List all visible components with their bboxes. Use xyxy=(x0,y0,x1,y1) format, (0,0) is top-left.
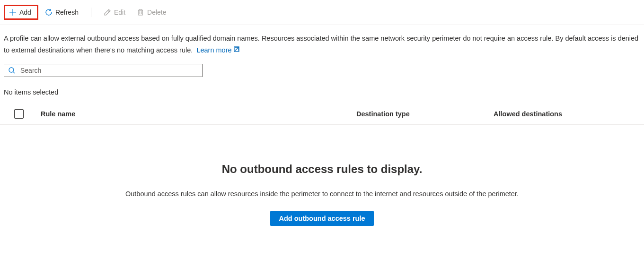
select-all-checkbox[interactable] xyxy=(14,109,24,119)
selection-status: No items selected xyxy=(0,81,644,102)
description-body: A profile can allow external outbound ac… xyxy=(4,35,638,54)
edit-button: Edit xyxy=(99,6,130,19)
select-all-column xyxy=(4,109,32,119)
search-box[interactable] xyxy=(4,64,203,77)
column-allowed-destinations[interactable]: Allowed destinations xyxy=(494,110,640,118)
delete-button: Delete xyxy=(132,6,171,19)
refresh-label: Refresh xyxy=(55,9,79,16)
add-outbound-rule-button[interactable]: Add outbound access rule xyxy=(270,211,373,226)
description-text: A profile can allow external outbound ac… xyxy=(0,25,644,58)
refresh-icon xyxy=(45,9,53,16)
search-input[interactable] xyxy=(20,67,198,74)
edit-label: Edit xyxy=(114,9,125,16)
search-container xyxy=(0,58,644,81)
search-icon xyxy=(8,67,16,74)
svg-point-1 xyxy=(9,68,14,72)
empty-state-description: Outbound access rules can allow resource… xyxy=(9,190,635,198)
empty-state-title: No outbound access rules to display. xyxy=(9,163,635,176)
trash-icon xyxy=(137,9,144,16)
external-link-icon xyxy=(233,44,240,56)
delete-label: Delete xyxy=(147,9,166,16)
learn-more-link[interactable]: Learn more xyxy=(196,46,239,54)
toolbar-separator xyxy=(91,8,91,17)
pencil-icon xyxy=(104,9,111,16)
add-label: Add xyxy=(19,9,31,16)
empty-state: No outbound access rules to display. Out… xyxy=(0,125,644,245)
column-rule-name[interactable]: Rule name xyxy=(32,110,356,118)
column-destination-type[interactable]: Destination type xyxy=(356,110,494,118)
add-button[interactable]: Add xyxy=(4,5,38,20)
toolbar: Add Refresh Edit Delete xyxy=(0,0,644,25)
plus-icon xyxy=(9,9,17,16)
refresh-button[interactable]: Refresh xyxy=(40,6,83,19)
table-header: Rule name Destination type Allowed desti… xyxy=(0,102,644,125)
